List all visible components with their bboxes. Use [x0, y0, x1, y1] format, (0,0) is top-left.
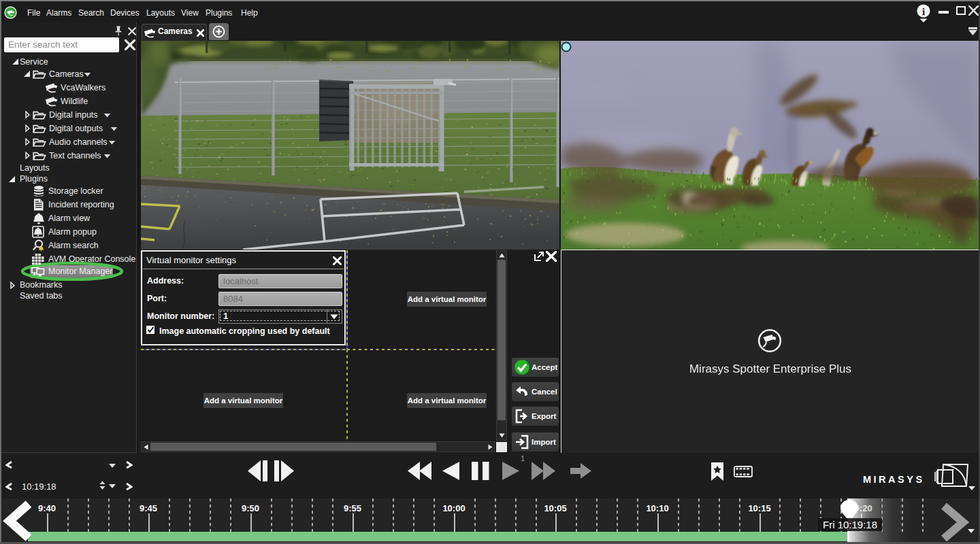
svg-text:i: i — [922, 6, 925, 17]
